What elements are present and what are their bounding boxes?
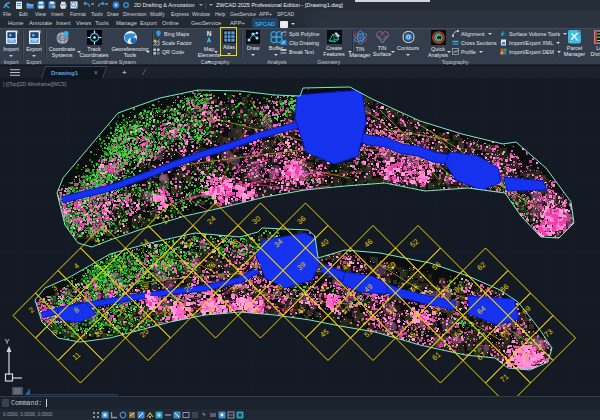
svg-text:40: 40 <box>318 237 330 249</box>
svg-text:[-][Top][2D Wireframe][WCS]: [-][Top][2D Wireframe][WCS] <box>3 81 67 87</box>
svg-text:71: 71 <box>498 372 510 384</box>
svg-text:KML: KML <box>8 39 15 43</box>
svg-text:4: 4 <box>72 261 81 271</box>
svg-text:24: 24 <box>205 214 217 226</box>
svg-text:46: 46 <box>362 237 374 249</box>
svg-text:52: 52 <box>408 237 420 249</box>
svg-text:11: 11 <box>71 350 83 362</box>
svg-text:N: N <box>207 30 212 37</box>
svg-text:62: 62 <box>475 260 487 272</box>
svg-text:Y: Y <box>5 337 10 346</box>
svg-text:KML: KML <box>31 39 38 43</box>
svg-text:36: 36 <box>295 214 307 226</box>
svg-text:2: 2 <box>27 305 36 315</box>
svg-text:61: 61 <box>430 350 442 362</box>
svg-text:45: 45 <box>318 327 330 339</box>
